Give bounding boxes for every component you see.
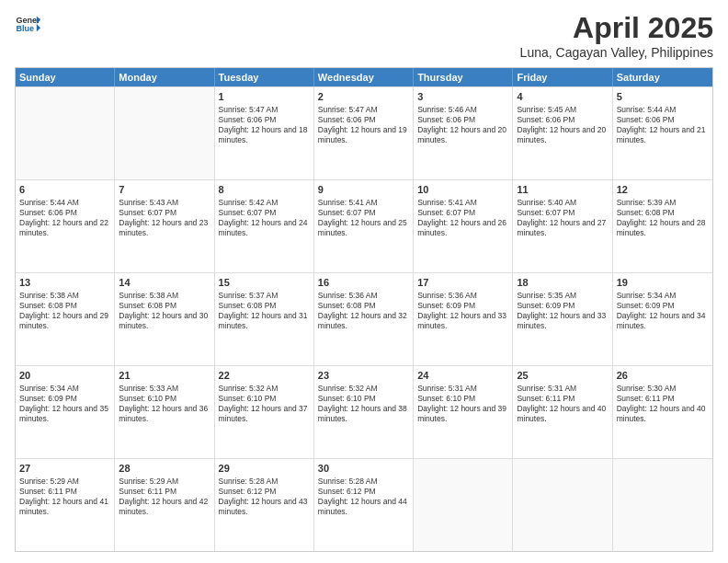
calendar: SundayMondayTuesdayWednesdayThursdayFrid… (15, 67, 713, 552)
day-number: 9 (318, 183, 409, 197)
calendar-body: 1Sunrise: 5:47 AM Sunset: 6:06 PM Daylig… (16, 86, 712, 551)
calendar-cell: 10Sunrise: 5:41 AM Sunset: 6:07 PM Dayli… (414, 180, 513, 272)
cell-sun-info: Sunrise: 5:47 AM Sunset: 6:06 PM Dayligh… (219, 105, 310, 145)
cell-sun-info: Sunrise: 5:29 AM Sunset: 6:11 PM Dayligh… (19, 477, 110, 517)
cell-sun-info: Sunrise: 5:38 AM Sunset: 6:08 PM Dayligh… (119, 291, 210, 331)
day-number: 21 (119, 369, 210, 383)
calendar-day-header: Friday (513, 68, 612, 86)
cell-sun-info: Sunrise: 5:41 AM Sunset: 6:07 PM Dayligh… (318, 198, 409, 238)
cell-sun-info: Sunrise: 5:42 AM Sunset: 6:07 PM Dayligh… (219, 198, 310, 238)
calendar-cell: 19Sunrise: 5:34 AM Sunset: 6:09 PM Dayli… (613, 273, 712, 365)
calendar-cell: 4Sunrise: 5:45 AM Sunset: 6:06 PM Daylig… (513, 87, 612, 179)
calendar-cell: 8Sunrise: 5:42 AM Sunset: 6:07 PM Daylig… (215, 180, 314, 272)
calendar-cell: 24Sunrise: 5:31 AM Sunset: 6:10 PM Dayli… (414, 366, 513, 458)
cell-sun-info: Sunrise: 5:47 AM Sunset: 6:06 PM Dayligh… (318, 105, 409, 145)
day-number: 27 (19, 462, 110, 476)
calendar-cell: 14Sunrise: 5:38 AM Sunset: 6:08 PM Dayli… (115, 273, 214, 365)
cell-sun-info: Sunrise: 5:33 AM Sunset: 6:10 PM Dayligh… (119, 384, 210, 424)
calendar-row: 1Sunrise: 5:47 AM Sunset: 6:06 PM Daylig… (16, 86, 712, 179)
day-number: 11 (517, 183, 608, 197)
day-number: 1 (219, 90, 310, 104)
calendar-day-header: Thursday (414, 68, 513, 86)
day-number: 19 (617, 276, 709, 290)
calendar-cell: 15Sunrise: 5:37 AM Sunset: 6:08 PM Dayli… (215, 273, 314, 365)
day-number: 30 (318, 462, 409, 476)
cell-sun-info: Sunrise: 5:43 AM Sunset: 6:07 PM Dayligh… (119, 198, 210, 238)
day-number: 23 (318, 369, 409, 383)
calendar-day-header: Wednesday (314, 68, 414, 86)
cell-sun-info: Sunrise: 5:37 AM Sunset: 6:08 PM Dayligh… (219, 291, 310, 331)
calendar-cell (613, 459, 712, 551)
logo: General Blue (15, 11, 40, 37)
day-number: 4 (517, 90, 608, 104)
calendar-day-header: Saturday (613, 68, 712, 86)
calendar-cell: 28Sunrise: 5:29 AM Sunset: 6:11 PM Dayli… (115, 459, 214, 551)
calendar-title: April 2025 (520, 11, 713, 45)
calendar-cell: 21Sunrise: 5:33 AM Sunset: 6:10 PM Dayli… (115, 366, 214, 458)
day-number: 24 (417, 369, 508, 383)
cell-sun-info: Sunrise: 5:34 AM Sunset: 6:09 PM Dayligh… (19, 384, 110, 424)
cell-sun-info: Sunrise: 5:30 AM Sunset: 6:11 PM Dayligh… (617, 384, 709, 424)
calendar-cell (115, 87, 214, 179)
cell-sun-info: Sunrise: 5:45 AM Sunset: 6:06 PM Dayligh… (517, 105, 608, 145)
day-number: 10 (417, 183, 508, 197)
cell-sun-info: Sunrise: 5:31 AM Sunset: 6:11 PM Dayligh… (517, 384, 608, 424)
svg-text:Blue: Blue (16, 24, 34, 33)
calendar-cell: 18Sunrise: 5:35 AM Sunset: 6:09 PM Dayli… (513, 273, 612, 365)
cell-sun-info: Sunrise: 5:40 AM Sunset: 6:07 PM Dayligh… (517, 198, 608, 238)
day-number: 8 (219, 183, 310, 197)
calendar-cell (513, 459, 612, 551)
calendar-cell: 30Sunrise: 5:28 AM Sunset: 6:12 PM Dayli… (314, 459, 414, 551)
calendar-cell: 26Sunrise: 5:30 AM Sunset: 6:11 PM Dayli… (613, 366, 712, 458)
day-number: 18 (517, 276, 608, 290)
page: General Blue April 2025 Luna, Cagayan Va… (0, 0, 728, 563)
calendar-cell: 6Sunrise: 5:44 AM Sunset: 6:06 PM Daylig… (16, 180, 115, 272)
calendar-row: 13Sunrise: 5:38 AM Sunset: 6:08 PM Dayli… (16, 272, 712, 365)
day-number: 5 (617, 90, 709, 104)
calendar-row: 20Sunrise: 5:34 AM Sunset: 6:09 PM Dayli… (16, 365, 712, 458)
cell-sun-info: Sunrise: 5:31 AM Sunset: 6:10 PM Dayligh… (417, 384, 508, 424)
cell-sun-info: Sunrise: 5:38 AM Sunset: 6:08 PM Dayligh… (19, 291, 110, 331)
generalblue-logo-icon: General Blue (15, 11, 40, 37)
day-number: 12 (617, 183, 709, 197)
calendar-location: Luna, Cagayan Valley, Philippines (520, 45, 713, 60)
day-number: 7 (119, 183, 210, 197)
day-number: 28 (119, 462, 210, 476)
calendar-cell: 29Sunrise: 5:28 AM Sunset: 6:12 PM Dayli… (215, 459, 314, 551)
day-number: 22 (219, 369, 310, 383)
cell-sun-info: Sunrise: 5:29 AM Sunset: 6:11 PM Dayligh… (119, 477, 210, 517)
cell-sun-info: Sunrise: 5:41 AM Sunset: 6:07 PM Dayligh… (417, 198, 508, 238)
calendar-cell: 11Sunrise: 5:40 AM Sunset: 6:07 PM Dayli… (513, 180, 612, 272)
calendar-cell: 5Sunrise: 5:44 AM Sunset: 6:06 PM Daylig… (613, 87, 712, 179)
day-number: 16 (318, 276, 409, 290)
day-number: 20 (19, 369, 110, 383)
calendar-day-header: Monday (115, 68, 214, 86)
cell-sun-info: Sunrise: 5:32 AM Sunset: 6:10 PM Dayligh… (318, 384, 409, 424)
day-number: 3 (417, 90, 508, 104)
calendar-cell: 23Sunrise: 5:32 AM Sunset: 6:10 PM Dayli… (314, 366, 414, 458)
day-number: 17 (417, 276, 508, 290)
calendar-cell: 25Sunrise: 5:31 AM Sunset: 6:11 PM Dayli… (513, 366, 612, 458)
calendar-day-header: Tuesday (215, 68, 314, 86)
calendar-cell: 1Sunrise: 5:47 AM Sunset: 6:06 PM Daylig… (215, 87, 314, 179)
cell-sun-info: Sunrise: 5:44 AM Sunset: 6:06 PM Dayligh… (617, 105, 709, 145)
day-number: 26 (617, 369, 709, 383)
cell-sun-info: Sunrise: 5:39 AM Sunset: 6:08 PM Dayligh… (617, 198, 709, 238)
calendar-cell: 3Sunrise: 5:46 AM Sunset: 6:06 PM Daylig… (414, 87, 513, 179)
calendar-day-header: Sunday (16, 68, 115, 86)
calendar-cell (414, 459, 513, 551)
cell-sun-info: Sunrise: 5:36 AM Sunset: 6:08 PM Dayligh… (318, 291, 409, 331)
cell-sun-info: Sunrise: 5:35 AM Sunset: 6:09 PM Dayligh… (517, 291, 608, 331)
cell-sun-info: Sunrise: 5:28 AM Sunset: 6:12 PM Dayligh… (219, 477, 310, 517)
cell-sun-info: Sunrise: 5:36 AM Sunset: 6:09 PM Dayligh… (417, 291, 508, 331)
calendar-cell: 12Sunrise: 5:39 AM Sunset: 6:08 PM Dayli… (613, 180, 712, 272)
calendar-row: 6Sunrise: 5:44 AM Sunset: 6:06 PM Daylig… (16, 179, 712, 272)
calendar-cell: 20Sunrise: 5:34 AM Sunset: 6:09 PM Dayli… (16, 366, 115, 458)
calendar-row: 27Sunrise: 5:29 AM Sunset: 6:11 PM Dayli… (16, 458, 712, 551)
header: General Blue April 2025 Luna, Cagayan Va… (15, 11, 713, 60)
calendar-header: SundayMondayTuesdayWednesdayThursdayFrid… (16, 68, 712, 86)
calendar-cell: 17Sunrise: 5:36 AM Sunset: 6:09 PM Dayli… (414, 273, 513, 365)
cell-sun-info: Sunrise: 5:32 AM Sunset: 6:10 PM Dayligh… (219, 384, 310, 424)
calendar-cell: 22Sunrise: 5:32 AM Sunset: 6:10 PM Dayli… (215, 366, 314, 458)
calendar-cell: 27Sunrise: 5:29 AM Sunset: 6:11 PM Dayli… (16, 459, 115, 551)
